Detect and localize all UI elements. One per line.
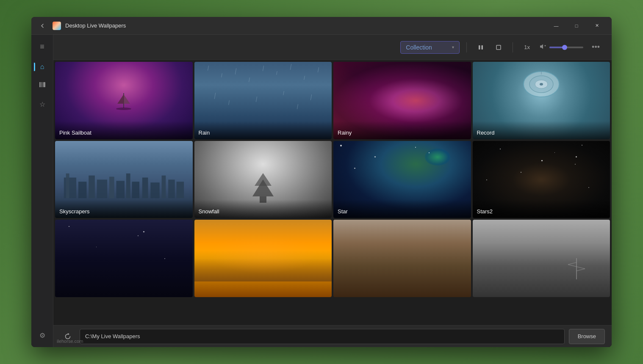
content-area: ≡ ⌂ ☆: [31, 35, 612, 347]
sidebar-bottom: ⚙: [34, 327, 51, 344]
svg-rect-3: [479, 45, 480, 50]
svg-rect-0: [39, 82, 41, 87]
favorites-icon: ☆: [39, 100, 45, 108]
separator-2: [513, 42, 513, 52]
more-button[interactable]: •••: [588, 41, 603, 53]
sidebar-item-library[interactable]: [34, 77, 51, 94]
wallpaper-grid: Pink Sailboat: [53, 60, 612, 325]
svg-marker-39: [68, 333, 69, 335]
main-panel: Collection ▾: [53, 35, 612, 347]
path-input[interactable]: [80, 329, 565, 344]
svg-rect-1: [42, 82, 42, 87]
wallpaper-card[interactable]: Skyscrapers: [55, 141, 193, 218]
close-button[interactable]: ✕: [587, 19, 607, 32]
maximize-button[interactable]: □: [567, 19, 586, 32]
wallpaper-card[interactable]: Star: [333, 141, 471, 218]
collection-label: Collection: [406, 44, 432, 51]
back-button[interactable]: [36, 20, 48, 32]
wallpaper-card[interactable]: Snowfall: [194, 141, 332, 218]
wallpaper-card[interactable]: Rainy: [333, 62, 471, 139]
sidebar-top: ≡ ⌂ ☆: [34, 38, 51, 327]
toolbar: Collection ▾: [53, 35, 612, 60]
wallpaper-card[interactable]: [55, 220, 193, 297]
separator-1: [466, 42, 467, 52]
pause-button[interactable]: [474, 40, 488, 55]
app-title: Desktop Live Wallpapers: [65, 22, 126, 29]
sidebar-item-favorites[interactable]: ☆: [34, 96, 51, 113]
mute-icon[interactable]: [539, 43, 546, 51]
settings-icon: ⚙: [39, 331, 45, 339]
volume-slider[interactable]: [549, 47, 583, 48]
title-bar-left: Desktop Live Wallpapers: [36, 20, 126, 32]
wallpaper-card[interactable]: [194, 220, 332, 297]
menu-icon: ≡: [40, 42, 44, 51]
library-icon: [39, 81, 46, 90]
collection-dropdown[interactable]: Collection ▾: [400, 41, 460, 54]
minimize-button[interactable]: —: [546, 19, 566, 32]
volume-control: [539, 43, 583, 51]
sidebar: ≡ ⌂ ☆: [31, 35, 53, 347]
svg-rect-5: [496, 45, 501, 50]
stop-button[interactable]: [491, 40, 506, 55]
browse-button[interactable]: Browse: [569, 329, 605, 344]
watermark: ilehorse.com: [57, 339, 83, 344]
svg-rect-4: [482, 45, 483, 50]
sidebar-item-home[interactable]: ⌂: [34, 58, 51, 75]
wallpaper-card[interactable]: Pink Sailboat: [55, 62, 193, 139]
volume-thumb: [562, 45, 567, 50]
speed-button[interactable]: 1x: [520, 42, 534, 52]
bottom-bar: Browse: [53, 325, 612, 347]
chevron-down-icon: ▾: [452, 45, 454, 50]
title-bar: Desktop Live Wallpapers — □ ✕: [31, 17, 612, 35]
sidebar-item-menu[interactable]: ≡: [34, 38, 51, 55]
wallpaper-card[interactable]: [473, 220, 610, 297]
svg-rect-2: [43, 82, 45, 87]
volume-fill: [549, 47, 563, 48]
home-icon: ⌂: [40, 63, 44, 71]
sidebar-item-settings[interactable]: ⚙: [34, 327, 51, 344]
wallpaper-card[interactable]: Record: [473, 62, 610, 139]
window-controls: — □ ✕: [546, 19, 607, 32]
app-window: Desktop Live Wallpapers — □ ✕ ≡ ⌂: [31, 17, 612, 347]
wallpaper-card[interactable]: Rain: [194, 62, 332, 139]
app-icon: [53, 22, 61, 30]
wallpaper-card[interactable]: Stars2: [473, 141, 610, 218]
toolbar-controls: [474, 40, 506, 55]
wallpaper-card[interactable]: [333, 220, 471, 297]
